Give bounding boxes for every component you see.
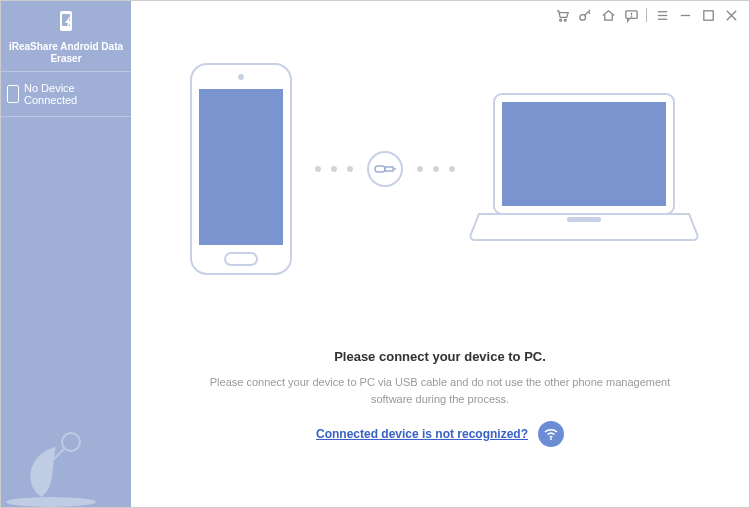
phone-illustration-icon	[181, 59, 301, 279]
laptop-illustration-icon	[469, 89, 699, 249]
minimize-button[interactable]	[675, 5, 695, 25]
subtext: Please connect your device to PC via USB…	[200, 374, 680, 407]
svg-rect-15	[703, 10, 712, 19]
svg-point-3	[62, 433, 80, 451]
svg-point-5	[559, 19, 561, 21]
sidebar-decoration-icon	[1, 397, 131, 507]
dot-icon	[315, 166, 321, 172]
app-logo-icon	[54, 9, 78, 37]
logo-block: iReaShare Android Data Eraser	[1, 1, 131, 72]
svg-rect-23	[385, 167, 393, 171]
connection-dots-right	[417, 166, 455, 172]
home-icon[interactable]	[598, 5, 618, 25]
dot-icon	[347, 166, 353, 172]
svg-rect-22	[375, 166, 385, 172]
dot-icon	[331, 166, 337, 172]
svg-point-20	[238, 74, 244, 80]
phone-icon	[7, 85, 19, 103]
maximize-button[interactable]	[698, 5, 718, 25]
svg-rect-19	[199, 89, 283, 245]
instruction-block: Please connect your device to PC. Please…	[200, 349, 680, 447]
help-row: Connected device is not recognized?	[200, 421, 680, 447]
svg-point-2	[6, 497, 96, 507]
titlebar	[131, 1, 749, 29]
sidebar: iReaShare Android Data Eraser No Device …	[1, 1, 131, 507]
not-recognized-link[interactable]: Connected device is not recognized?	[316, 427, 528, 441]
svg-rect-26	[502, 102, 666, 206]
titlebar-separator	[646, 8, 647, 22]
headline-text: Please connect your device to PC.	[200, 349, 680, 364]
svg-point-10	[631, 16, 632, 17]
close-button[interactable]	[721, 5, 741, 25]
dot-icon	[449, 166, 455, 172]
feedback-icon[interactable]	[621, 5, 641, 25]
svg-rect-21	[225, 253, 257, 265]
svg-rect-27	[567, 217, 601, 222]
menu-icon[interactable]	[652, 5, 672, 25]
svg-point-6	[564, 19, 566, 21]
main-area: Please connect your device to PC. Please…	[131, 1, 749, 507]
device-status-label: No Device Connected	[24, 82, 125, 106]
cart-icon[interactable]	[552, 5, 572, 25]
connection-dots-left	[315, 166, 353, 172]
wifi-icon	[543, 426, 559, 442]
usb-plug-icon	[367, 151, 403, 187]
sidebar-device-status[interactable]: No Device Connected	[1, 72, 131, 117]
wifi-connect-button[interactable]	[538, 421, 564, 447]
svg-point-28	[550, 438, 552, 440]
dot-icon	[433, 166, 439, 172]
content-area: Please connect your device to PC. Please…	[131, 29, 749, 507]
key-icon[interactable]	[575, 5, 595, 25]
dot-icon	[417, 166, 423, 172]
connection-illustration	[181, 59, 699, 279]
brand-text: iReaShare Android Data Eraser	[5, 41, 127, 65]
